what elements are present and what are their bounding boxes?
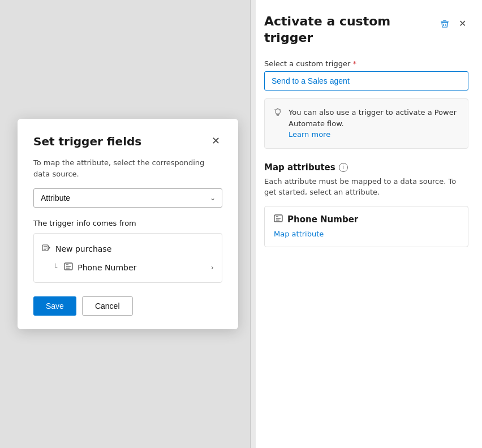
svg-rect-1 [443, 20, 446, 21]
modal-title: Set trigger fields [33, 135, 141, 148]
map-attrs-info-icon[interactable]: i [339, 163, 348, 172]
phone-number-tree-label: Phone Number [78, 263, 136, 272]
tree-row-child[interactable]: └ Phone Number › [34, 258, 222, 277]
trigger-info-label: The trigger info comes from [33, 219, 222, 227]
modal-overlay: Set trigger fields ✕ To map the attribut… [0, 0, 256, 448]
phone-number-icon [274, 214, 283, 224]
save-button[interactable]: Save [33, 296, 76, 316]
modal-header: Set trigger fields ✕ [33, 135, 222, 148]
cancel-button[interactable]: Cancel [82, 296, 133, 316]
trigger-field-label: Select a custom trigger * [264, 59, 468, 68]
panel-header: Activate a custom trigger ✕ [264, 14, 468, 46]
panel-header-icons: ✕ [437, 16, 468, 31]
trigger-tree: New purchase └ Phone Number [33, 233, 222, 283]
svg-line-7 [281, 110, 281, 110]
attribute-dropdown-wrapper: Attribute ⌄ [33, 188, 222, 208]
learn-more-link[interactable]: Learn more [289, 130, 330, 139]
close-panel-button[interactable]: ✕ [457, 16, 468, 31]
attr-card-header: Phone Number [274, 214, 459, 225]
map-attr-link[interactable]: Map attribute [274, 230, 324, 238]
modal-description: To map the attribute, select the corresp… [33, 157, 222, 179]
new-purchase-icon [42, 244, 51, 253]
map-attrs-header: Map attributes i [264, 162, 468, 173]
modal-footer: Save Cancel [33, 296, 222, 316]
modal-close-icon: ✕ [212, 135, 220, 147]
tree-row-arrow-icon: › [211, 263, 214, 272]
map-attrs-title: Map attributes [264, 162, 335, 173]
right-panel: Activate a custom trigger ✕ Select a cus… [250, 0, 482, 448]
delete-button[interactable] [437, 16, 452, 31]
map-attrs-desc: Each attribute must be mapped to a data … [264, 176, 468, 198]
new-purchase-label: New purchase [55, 244, 111, 253]
phone-number-tree-icon [64, 262, 73, 272]
attribute-dropdown[interactable]: Attribute [33, 188, 222, 208]
set-trigger-modal: Set trigger fields ✕ To map the attribut… [18, 119, 238, 329]
modal-close-button[interactable]: ✕ [209, 135, 222, 147]
attr-card-name: Phone Number [287, 214, 358, 225]
close-icon: ✕ [459, 18, 466, 29]
tree-row-parent[interactable]: New purchase [34, 239, 222, 258]
trigger-input[interactable] [264, 71, 468, 91]
tree-branch-icon: └ [53, 264, 57, 272]
info-box: You can also use a trigger to activate a… [264, 98, 468, 149]
info-box-text: You can also use a trigger to activate a… [289, 107, 460, 140]
svg-point-4 [276, 109, 281, 114]
lightbulb-icon [273, 107, 283, 140]
required-star: * [352, 59, 356, 68]
attribute-card: Phone Number Map attribute [264, 206, 468, 247]
svg-line-6 [275, 110, 276, 110]
panel-title: Activate a custom trigger [264, 14, 437, 46]
